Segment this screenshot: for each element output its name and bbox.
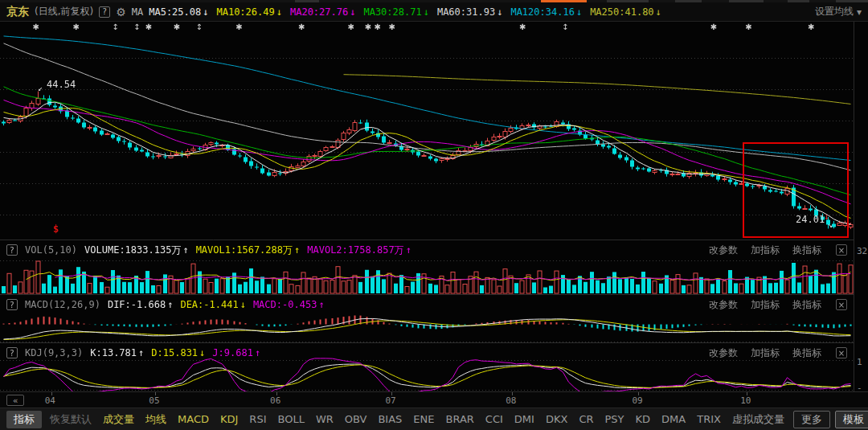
indicator-readout: MAVOL1:1567.288万↑ bbox=[196, 244, 301, 257]
event-star-icon: ✱ bbox=[145, 23, 152, 31]
ma-readout: MA10:26.49↓ bbox=[216, 6, 281, 18]
indicator-panel-header-macd: ?MACD(12,26,9)DIF:-1.668↑DEA:-1.441↓MACD… bbox=[0, 296, 854, 313]
more-button[interactable]: 更多 bbox=[793, 411, 830, 428]
help-icon[interactable]: ? bbox=[6, 299, 18, 310]
indicator-readout: D:15.831↓ bbox=[151, 347, 205, 358]
trend-arrow-icon: ↓ bbox=[350, 6, 355, 18]
indicator-panel-header-vol: ?VOL(5,10)VOLUME:1833.135万↑MAVOL1:1567.2… bbox=[0, 241, 854, 259]
axis-month-label: 08 bbox=[506, 395, 516, 406]
tab-brar[interactable]: BRAR bbox=[440, 413, 480, 425]
tab-dkx[interactable]: DKX bbox=[540, 413, 573, 425]
axis-month-label: 05 bbox=[149, 395, 159, 406]
ma-readout: MA60:31.93↓ bbox=[437, 6, 502, 18]
ma-value: MA5:25.08 bbox=[149, 6, 201, 18]
chart-mode-label[interactable]: (日线,前复权) bbox=[35, 5, 93, 18]
event-star-icon: ✱ bbox=[73, 23, 80, 31]
change-params-button[interactable]: 改参数 bbox=[709, 346, 738, 360]
close-icon[interactable]: × bbox=[836, 244, 847, 256]
close-icon[interactable]: × bbox=[836, 347, 847, 358]
add-indicator-button[interactable]: 加指标 bbox=[751, 346, 780, 360]
indicator-panel-header-kdj: ?KDJ(9,3,3)K:13.781↑D:15.831↓J:9.681↑改参数… bbox=[0, 344, 854, 362]
tab-ene[interactable]: ENE bbox=[407, 413, 440, 425]
tab-ma[interactable]: 均线 bbox=[140, 412, 172, 427]
help-icon[interactable]: ? bbox=[99, 6, 110, 18]
tab-macd[interactable]: MACD bbox=[172, 413, 215, 425]
trend-arrow-icon: ↑ bbox=[167, 299, 173, 310]
event-star-icon: ↕ bbox=[112, 23, 118, 31]
time-axis: « 04050607080910 bbox=[0, 391, 868, 407]
dividend-marker: $ bbox=[53, 223, 59, 235]
swap-indicator-button[interactable]: 换指标 bbox=[792, 298, 821, 312]
tab-cr[interactable]: CR bbox=[573, 413, 599, 425]
chart-header-bar: 京东 (日线,前复权) ? ⚙ MA MA5:25.08↓MA10:26.49↓… bbox=[0, 2, 868, 22]
ma-label: MA bbox=[132, 6, 143, 18]
tab-kd[interactable]: KD bbox=[630, 413, 657, 425]
indicator-value: MAVOL2:1758.857万 bbox=[307, 244, 403, 257]
indicator-name: KDJ(9,3,3) bbox=[25, 347, 83, 358]
tab-trix[interactable]: TRIX bbox=[691, 413, 727, 425]
help-icon[interactable]: ? bbox=[6, 347, 18, 358]
event-star-icon: ✱ bbox=[374, 23, 380, 31]
help-icon[interactable]: ? bbox=[6, 244, 18, 256]
low-price-label: 24.01 bbox=[796, 214, 825, 225]
panel-buttons: 改参数加指标换指标× bbox=[709, 346, 847, 360]
indicator-value: MACD:-0.453 bbox=[253, 299, 317, 310]
change-params-button[interactable]: 改参数 bbox=[709, 244, 738, 257]
event-star-icon: ✱ bbox=[745, 23, 751, 31]
tab-dmi[interactable]: DMI bbox=[509, 413, 540, 425]
tab-psy[interactable]: PSY bbox=[600, 413, 630, 425]
tab-boll[interactable]: BOLL bbox=[272, 413, 309, 425]
tab-kdj[interactable]: KDJ bbox=[215, 413, 244, 425]
tab-obv[interactable]: OBV bbox=[339, 413, 373, 425]
panel-buttons: 改参数加指标换指标× bbox=[709, 298, 847, 312]
indicator-value: DEA:-1.441 bbox=[180, 299, 238, 310]
tab-dma[interactable]: DMA bbox=[656, 413, 691, 425]
swap-indicator-button[interactable]: 换指标 bbox=[792, 346, 821, 360]
indicator-readout: MAVOL2:1758.857万↑ bbox=[307, 244, 411, 257]
indicator-name: MACD(12,26,9) bbox=[25, 299, 100, 310]
axis-month-label: 10 bbox=[740, 395, 751, 406]
high-price-label: 44.54 bbox=[47, 79, 76, 90]
template-button[interactable]: 模板 bbox=[835, 411, 868, 428]
gear-icon[interactable]: ⚙ bbox=[116, 6, 126, 18]
indicator-readout: DIF:-1.668↑ bbox=[108, 299, 173, 310]
tab-wr[interactable]: WR bbox=[310, 413, 339, 425]
axis-month-label: 09 bbox=[632, 395, 642, 406]
ma-value: MA10:26.49 bbox=[216, 6, 274, 18]
add-indicator-button[interactable]: 加指标 bbox=[751, 298, 780, 312]
trend-arrow-icon: ↑ bbox=[294, 244, 300, 256]
restore-default-button[interactable]: 恢复默认 bbox=[44, 412, 97, 427]
trend-arrow-icon: ↑ bbox=[318, 299, 324, 310]
axis-month-label: 07 bbox=[385, 395, 395, 406]
tab-rsi[interactable]: RSI bbox=[244, 413, 272, 425]
ma-readout: MA20:27.76↓ bbox=[290, 6, 355, 18]
swap-indicator-button[interactable]: 换指标 bbox=[792, 244, 821, 257]
trend-arrow-icon: ↓ bbox=[424, 6, 429, 18]
indicator-value: MAVOL1:1567.288万 bbox=[196, 244, 293, 257]
axis-month-label: 04 bbox=[45, 395, 55, 406]
indicator-value: DIF:-1.668 bbox=[108, 299, 166, 310]
indicator-value: D:15.831 bbox=[151, 347, 198, 358]
main-chart-canvas[interactable] bbox=[0, 22, 854, 391]
tab-cci[interactable]: CCI bbox=[480, 413, 509, 425]
trend-arrow-icon: ↓ bbox=[203, 6, 208, 18]
tab-virtual-volume[interactable]: 虚拟成交量 bbox=[727, 412, 790, 427]
trend-arrow-icon: ↓ bbox=[276, 6, 282, 18]
indicator-value: J:9.681 bbox=[212, 347, 253, 358]
add-indicator-button[interactable]: 加指标 bbox=[751, 244, 780, 257]
indicator-name: VOL(5,10) bbox=[25, 244, 77, 256]
tab-volume[interactable]: 成交量 bbox=[97, 412, 140, 427]
indicator-readout: MACD:-0.453↑ bbox=[253, 299, 325, 310]
indicator-menu-button[interactable]: 指标 bbox=[6, 411, 42, 428]
close-icon[interactable]: × bbox=[836, 299, 847, 310]
tab-bias[interactable]: BIAS bbox=[372, 413, 407, 425]
price-scale-gutter: 32 1 - bbox=[854, 22, 868, 391]
ma-readouts: MA5:25.08↓MA10:26.49↓MA20:27.76↓MA30:28.… bbox=[149, 6, 661, 18]
trend-arrow-icon: ↓ bbox=[656, 6, 661, 18]
event-star-icon: ✱ bbox=[365, 23, 371, 31]
change-params-button[interactable]: 改参数 bbox=[709, 298, 738, 312]
scroll-left-button[interactable]: « bbox=[6, 395, 24, 406]
ma-settings-button[interactable]: 设置均线 ▾ bbox=[815, 5, 862, 18]
event-star-icon: ↕ bbox=[562, 23, 568, 31]
stock-symbol[interactable]: 京东 bbox=[6, 5, 29, 19]
